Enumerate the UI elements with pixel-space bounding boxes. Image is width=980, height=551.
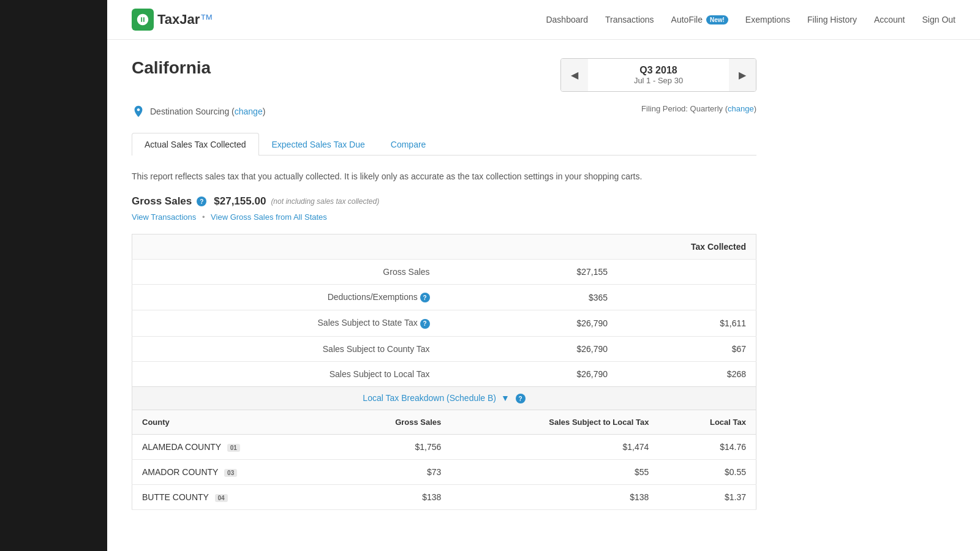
header: TaxJar™ Dashboard Transactions AutoFile … <box>107 0 980 40</box>
logo-icon <box>132 9 154 31</box>
nav-sign-out[interactable]: Sign Out <box>922 15 956 24</box>
row-value: $26,790 <box>479 310 617 336</box>
nav-transactions[interactable]: Transactions <box>605 15 654 24</box>
table-row: Gross Sales $27,155 <box>132 260 756 285</box>
breakdown-header-row: Local Tax Breakdown (Schedule B) ▼ ? <box>132 387 756 410</box>
sourcing-icon <box>132 105 145 118</box>
links-row: View Transactions • View Gross Sales fro… <box>132 212 756 222</box>
period-dates: Jul 1 - Sep 30 <box>600 76 717 85</box>
tab-expected[interactable]: Expected Sales Tax Due <box>259 133 378 156</box>
gross-sales-col-header: Gross Sales <box>337 410 451 435</box>
main-nav: Dashboard Transactions AutoFile New! Exe… <box>546 15 956 24</box>
sourcing-row: Destination Sourcing (change) <box>132 105 265 118</box>
tabs: Actual Sales Tax Collected Expected Sale… <box>132 133 756 156</box>
county-local-tax: $1.37 <box>658 485 756 510</box>
county-row: AMADOR COUNTY 03 $73 $55 $0.55 <box>132 460 756 485</box>
county-table: County Gross Sales Sales Subject to Loca… <box>132 410 756 510</box>
row-value: $365 <box>479 285 617 310</box>
logo-text: TaxJar <box>157 12 200 28</box>
county-gross-sales: $138 <box>337 485 451 510</box>
nav-filing-history[interactable]: Filing History <box>807 15 857 24</box>
county-subject: $55 <box>451 460 658 485</box>
table-row: Sales Subject to County Tax $26,790 $67 <box>132 336 756 361</box>
col-header-tax: Tax Collected <box>617 234 756 260</box>
county-table-header: County Gross Sales Sales Subject to Loca… <box>132 410 756 435</box>
row-value: $27,155 <box>479 260 617 285</box>
nav-autofile[interactable]: AutoFile New! <box>671 15 728 24</box>
main-content: California ◀ Q3 2018 Jul 1 - Sep 30 ▶ De… <box>107 40 781 528</box>
period-quarter: Q3 2018 <box>600 65 717 76</box>
period-display: Q3 2018 Jul 1 - Sep 30 <box>588 59 729 91</box>
breakdown-link[interactable]: Local Tax Breakdown (Schedule B) <box>363 393 496 403</box>
breakdown-cell: Local Tax Breakdown (Schedule B) ▼ ? <box>132 387 756 410</box>
row-label: Deductions/Exemptions ? <box>132 285 479 310</box>
gross-sales-amount: $27,155.00 <box>214 195 266 208</box>
county-name: BUTTE COUNTY 04 <box>132 485 337 510</box>
breakdown-help-icon[interactable]: ? <box>516 394 526 403</box>
nav-exemptions[interactable]: Exemptions <box>745 15 790 24</box>
county-name: AMADOR COUNTY 03 <box>132 460 337 485</box>
row-tax: $67 <box>617 336 756 361</box>
table-row: Sales Subject to State Tax ? $26,790 $1,… <box>132 310 756 336</box>
logo: TaxJar™ <box>132 9 213 31</box>
gross-sales-label: Gross Sales <box>132 195 192 208</box>
tab-compare[interactable]: Compare <box>378 133 439 156</box>
local-tax-col-header: Local Tax <box>658 410 756 435</box>
gross-sales-note: (not including sales tax collected) <box>271 197 379 206</box>
county-gross-sales: $73 <box>337 460 451 485</box>
row-value: $26,790 <box>479 336 617 361</box>
row-label: Sales Subject to State Tax ? <box>132 310 479 336</box>
main-table: Tax Collected Gross Sales $27,155 Deduct… <box>132 234 756 387</box>
sourcing-change-link[interactable]: change <box>235 107 263 116</box>
row-tax <box>617 260 756 285</box>
period-prev-button[interactable]: ◀ <box>561 59 588 91</box>
county-local-tax: $0.55 <box>658 460 756 485</box>
view-transactions-link[interactable]: View Transactions <box>132 212 196 222</box>
county-code: 03 <box>224 469 237 477</box>
period-navigator: ◀ Q3 2018 Jul 1 - Sep 30 ▶ <box>560 58 756 92</box>
breakdown-dropdown-icon: ▼ <box>501 393 510 403</box>
row-help-icon[interactable]: ? <box>420 319 430 329</box>
row-tax <box>617 285 756 310</box>
county-code: 04 <box>215 494 228 502</box>
state-title: California <box>132 58 211 78</box>
table-row: Deductions/Exemptions ? $365 <box>132 285 756 310</box>
county-col-header: County <box>132 410 337 435</box>
row-label: Gross Sales <box>132 260 479 285</box>
row-value: $26,790 <box>479 361 617 386</box>
county-row: BUTTE COUNTY 04 $138 $138 $1.37 <box>132 485 756 510</box>
links-separator: • <box>202 212 205 222</box>
county-row: ALAMEDA COUNTY 01 $1,756 $1,474 $14.76 <box>132 435 756 460</box>
nav-account[interactable]: Account <box>874 15 905 24</box>
county-subject: $1,474 <box>451 435 658 460</box>
county-name: ALAMEDA COUNTY 01 <box>132 435 337 460</box>
row-label: Sales Subject to Local Tax <box>132 361 479 386</box>
row-label: Sales Subject to County Tax <box>132 336 479 361</box>
county-subject: $138 <box>451 485 658 510</box>
gross-sales-row: Gross Sales ? $27,155.00 (not including … <box>132 195 756 208</box>
subject-col-header: Sales Subject to Local Tax <box>451 410 658 435</box>
col-header-value <box>479 234 617 260</box>
county-local-tax: $14.76 <box>658 435 756 460</box>
row-tax: $1,611 <box>617 310 756 336</box>
table-row: Sales Subject to Local Tax $26,790 $268 <box>132 361 756 386</box>
breakdown-table: Local Tax Breakdown (Schedule B) ▼ ? <box>132 387 756 411</box>
period-next-button[interactable]: ▶ <box>729 59 756 91</box>
county-code: 01 <box>227 444 240 452</box>
col-header-label <box>132 234 479 260</box>
sourcing-label: Destination Sourcing (change) <box>150 107 265 116</box>
page-header: California ◀ Q3 2018 Jul 1 - Sep 30 ▶ <box>132 58 756 92</box>
tab-actual[interactable]: Actual Sales Tax Collected <box>132 133 259 156</box>
gross-sales-help-icon[interactable]: ? <box>197 197 206 206</box>
autofile-badge: New! <box>706 15 728 24</box>
report-description: This report reflects sales tax that you … <box>132 170 756 183</box>
view-gross-sales-link[interactable]: View Gross Sales from All States <box>211 212 327 222</box>
filing-period: Filing Period: Quarterly (change) <box>641 104 756 113</box>
row-tax: $268 <box>617 361 756 386</box>
county-gross-sales: $1,756 <box>337 435 451 460</box>
row-help-icon[interactable]: ? <box>420 293 430 302</box>
filing-period-change-link[interactable]: change <box>728 104 754 113</box>
nav-dashboard[interactable]: Dashboard <box>546 15 588 24</box>
